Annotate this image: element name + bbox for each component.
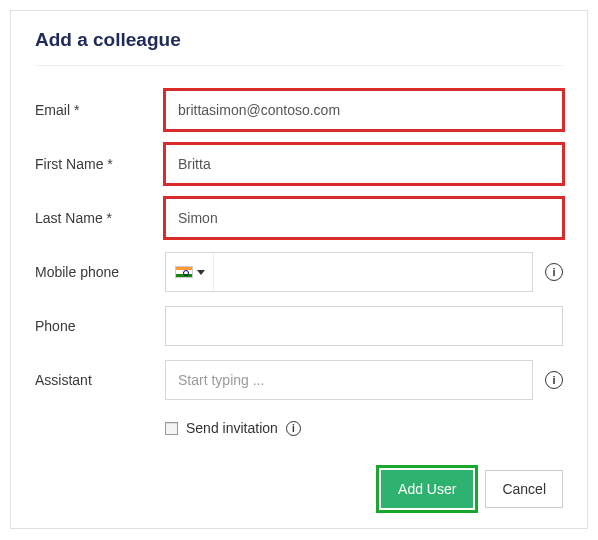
field-wrap-firstname [165,144,563,184]
info-icon[interactable]: i [286,421,301,436]
lastname-field[interactable] [165,198,563,238]
label-firstname: First Name * [35,156,165,172]
label-phone: Phone [35,318,165,334]
assistant-field[interactable] [165,360,533,400]
add-user-button[interactable]: Add User [381,470,473,508]
row-phone: Phone [35,306,563,346]
row-lastname: Last Name * [35,198,563,238]
email-field[interactable] [165,90,563,130]
form: Email * First Name * Last Name * Mobile … [11,66,587,456]
field-wrap-assistant: i [165,360,563,400]
add-colleague-dialog: Add a colleague Email * First Name * Las… [10,10,588,529]
chevron-down-icon [197,270,205,275]
field-wrap-mobile: i [165,252,563,292]
dialog-actions: Add User Cancel [11,456,587,528]
dialog-header: Add a colleague [11,11,587,65]
flag-icon [175,266,193,278]
row-mobile: Mobile phone i [35,252,563,292]
label-email: Email * [35,102,165,118]
cancel-button[interactable]: Cancel [485,470,563,508]
mobile-field[interactable] [214,253,532,291]
row-email: Email * [35,90,563,130]
row-send-invitation: Send invitation i [165,414,563,446]
country-selector[interactable] [166,253,214,291]
label-mobile: Mobile phone [35,264,165,280]
info-icon[interactable]: i [545,263,563,281]
info-icon[interactable]: i [545,371,563,389]
firstname-field[interactable] [165,144,563,184]
field-wrap-phone [165,306,563,346]
row-assistant: Assistant i [35,360,563,400]
send-invitation-checkbox[interactable] [165,422,178,435]
label-assistant: Assistant [35,372,165,388]
row-firstname: First Name * [35,144,563,184]
dialog-title: Add a colleague [35,29,563,51]
mobile-phone-group [165,252,533,292]
field-wrap-lastname [165,198,563,238]
field-wrap-email [165,90,563,130]
label-send-invitation: Send invitation [186,420,278,436]
phone-field[interactable] [165,306,563,346]
label-lastname: Last Name * [35,210,165,226]
